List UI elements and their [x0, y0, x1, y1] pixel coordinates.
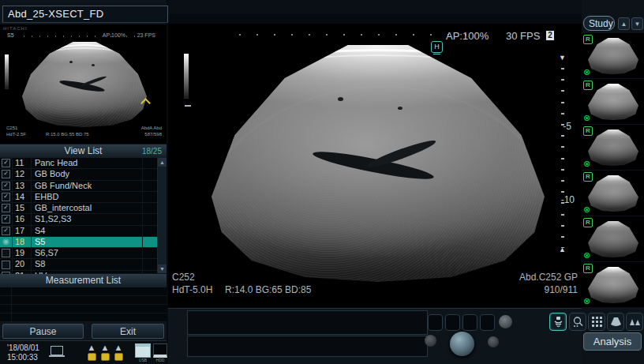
acoustic-power-readout: AP:100%: [446, 30, 489, 42]
chevron-down-icon[interactable]: ▼: [631, 17, 643, 30]
view-checkbox[interactable]: ✓: [0, 226, 13, 236]
view-list-row[interactable]: ◉18S5: [0, 237, 157, 248]
scroll-down-icon[interactable]: ▼: [158, 265, 167, 273]
view-label: S4: [32, 226, 143, 236]
view-label: S6,S7: [32, 248, 143, 258]
view-number: 13: [13, 181, 32, 191]
view-list-row[interactable]: ✓15GB_intercostal: [0, 203, 157, 214]
thumbnail-image: [588, 38, 638, 74]
view-checkbox[interactable]: ✓: [0, 181, 13, 191]
view-checkbox[interactable]: [0, 248, 13, 258]
view-number: 16: [13, 214, 32, 224]
soft-key-4[interactable]: [480, 314, 495, 331]
thumbnail-strip: R⊗R⊗R⊗R⊗R⊗R⊗: [582, 33, 644, 308]
study-thumbnail[interactable]: R⊗: [582, 79, 644, 124]
view-list-row[interactable]: 19S6,S7: [0, 248, 157, 259]
dual-body-mark-button[interactable]: [626, 313, 643, 331]
view-checkbox[interactable]: ✓: [0, 203, 13, 213]
view-number: 19: [13, 248, 32, 258]
dual-silhouette-icon: [629, 316, 641, 328]
alert-icon-3: ▲: [113, 343, 124, 361]
framerate-badge: 2: [546, 31, 554, 40]
hdd-label: HDD: [153, 358, 167, 362]
depth-label-10: -10: [561, 194, 575, 205]
view-number: 15: [13, 203, 32, 213]
view-list-row[interactable]: ✓16S1,S2,S3: [0, 214, 157, 225]
view-checkbox[interactable]: [0, 259, 13, 269]
study-thumbnail[interactable]: R⊗: [582, 171, 644, 216]
view-checkbox[interactable]: ✓: [0, 169, 13, 179]
view-label: GB_intercostal: [32, 203, 143, 213]
probe-readout: C252: [172, 272, 195, 283]
view-list: ✓11Panc Head✓12GB Body✓13GB Fund/Neck✓14…: [0, 158, 157, 273]
brand-label: HITACHI: [3, 26, 28, 31]
report-badge: R: [583, 126, 593, 136]
exit-button[interactable]: Exit: [92, 324, 164, 339]
view-list-scrollbar[interactable]: ▲ ▼: [157, 158, 167, 273]
top-ruler: [239, 34, 476, 36]
chevron-up-icon[interactable]: ▲: [618, 17, 630, 30]
report-badge: R: [583, 172, 593, 182]
report-badge: R: [583, 264, 593, 273]
depth-scale-top-icon: ▼: [559, 54, 566, 62]
ultrasound-workstation: Abd_25-XSECT_FD HITACHI S5 AP:100% 23 FP…: [0, 0, 644, 364]
hdd-icon: HDD: [153, 343, 167, 362]
image-params-readout: R:14.0 BG:65 BD:85: [225, 284, 311, 295]
view-list-row[interactable]: ✓13GB Fund/Neck: [0, 181, 157, 192]
soft-key-2[interactable]: [445, 314, 460, 331]
preview-image-panel[interactable]: HITACHI S5 AP:100% 23 FPS C251 HdT-2.5F …: [0, 24, 167, 144]
capture-badge-icon: ⊗: [583, 114, 590, 122]
grid-view-button[interactable]: [588, 313, 605, 331]
analysis-button[interactable]: Analysis: [583, 332, 642, 351]
datetime-display: '18/08/01 15:00:33: [7, 343, 39, 362]
depth-scale-ticks: [561, 68, 564, 248]
view-label: EHBD: [32, 192, 143, 202]
view-checkbox[interactable]: ✓: [0, 192, 13, 202]
alert-icon-2: ▲: [99, 343, 110, 361]
thumbnail-image: [588, 221, 638, 257]
capture-badge-icon: ⊗: [583, 68, 590, 77]
scroll-up-icon[interactable]: ▲: [158, 158, 167, 167]
trackball[interactable]: [450, 332, 474, 356]
active-view-icon[interactable]: ◉: [0, 237, 13, 247]
measurement-list-title: Measurement List: [46, 275, 121, 286]
grid-icon: [591, 316, 603, 328]
preview-preset: AbdA Abd: [141, 126, 162, 130]
right-knob[interactable]: [488, 336, 499, 347]
study-tab-button[interactable]: Study: [583, 16, 615, 31]
capture-badge-icon: ⊗: [583, 251, 590, 260]
search-thumbnails-button[interactable]: [569, 313, 586, 331]
focus-marker: [185, 105, 191, 107]
view-checkbox[interactable]: ✓: [0, 158, 13, 168]
rotary-knob[interactable]: [499, 315, 512, 328]
measurement-list: [0, 287, 167, 322]
view-list-row[interactable]: ✓11Panc Head: [0, 158, 157, 169]
left-knob[interactable]: [425, 335, 436, 347]
view-checkbox[interactable]: ✓: [0, 214, 13, 224]
ultrasound-sector-image: [212, 45, 545, 282]
frame-counter-readout: 910/911: [545, 284, 578, 295]
view-number: 11: [13, 158, 32, 168]
study-thumbnail[interactable]: R⊗: [582, 125, 644, 170]
soft-key-3[interactable]: [462, 314, 477, 331]
pause-button[interactable]: Pause: [2, 324, 84, 339]
view-list-row[interactable]: 20S8: [0, 259, 157, 270]
preview-probe: C251: [6, 126, 17, 130]
probe-mode-button[interactable]: [549, 313, 567, 331]
view-list-row[interactable]: ✓12GB Body: [0, 169, 157, 180]
view-list-row[interactable]: ✓17S4: [0, 226, 157, 237]
capture-badge-icon: ⊗: [583, 205, 590, 214]
study-thumbnail[interactable]: R⊗: [582, 33, 644, 78]
sector-view-button[interactable]: [607, 313, 624, 331]
study-thumbnail[interactable]: R⊗: [582, 262, 644, 307]
view-list-count: 18/25: [142, 144, 162, 158]
soft-key-1[interactable]: [428, 314, 443, 331]
preset-readout: Abd.C252 GP: [519, 272, 578, 283]
view-number: 14: [13, 192, 32, 202]
view-number: 20: [13, 259, 32, 269]
main-ultrasound-display[interactable]: AP:100% 30 FPS 2 H ▼ -5 -10 ▲ C252 HdT-5…: [168, 24, 582, 308]
study-thumbnail[interactable]: R⊗: [582, 216, 644, 261]
preview-frame-counter: 587/598: [144, 132, 162, 137]
view-list-row[interactable]: ✓14EHBD: [0, 192, 157, 203]
magnifier-grid-icon: [572, 316, 584, 328]
